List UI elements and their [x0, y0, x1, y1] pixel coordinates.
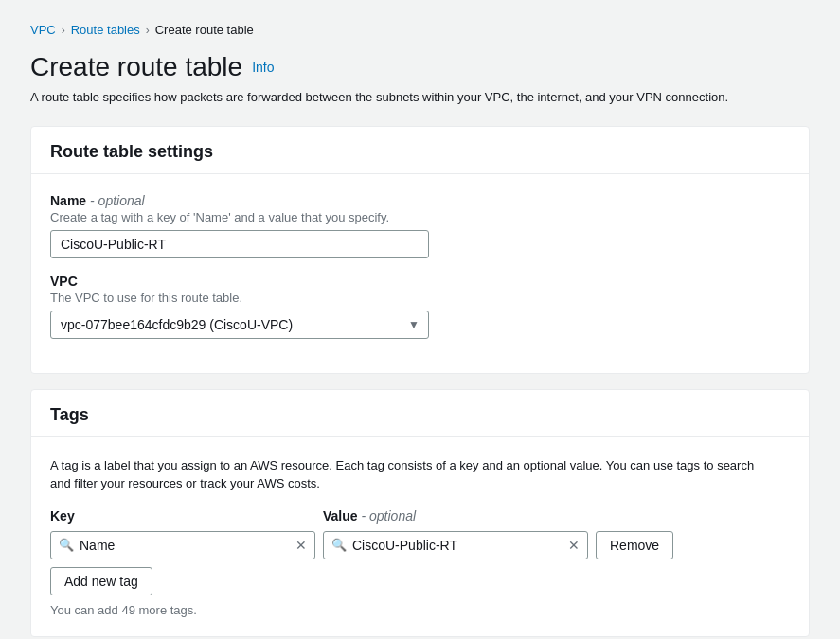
tags-description: A tag is a label that you assign to an A… — [50, 456, 770, 493]
tags-header: Tags — [31, 390, 809, 437]
tags-card: Tags A tag is a label that you assign to… — [30, 389, 810, 637]
breadcrumb-vpc-link[interactable]: VPC — [30, 23, 56, 37]
name-label: Name - optional — [50, 193, 790, 208]
page-title: Create route table — [30, 52, 242, 82]
remove-tag-button[interactable]: Remove — [596, 531, 673, 559]
name-hint: Create a tag with a key of 'Name' and a … — [50, 210, 790, 224]
breadcrumb-separator-2: › — [146, 24, 150, 37]
name-form-group: Name - optional Create a tag with a key … — [50, 193, 790, 258]
route-table-settings-header: Route table settings — [31, 127, 809, 174]
name-input[interactable] — [50, 230, 429, 258]
tag-value-clear-button[interactable]: ✕ — [568, 538, 580, 553]
page-description: A route table specifies how packets are … — [30, 88, 750, 107]
route-table-settings-body: Name - optional Create a tag with a key … — [31, 174, 809, 373]
tag-key-input[interactable] — [80, 532, 295, 559]
vpc-hint: The VPC to use for this route table. — [50, 291, 790, 305]
breadcrumb-separator-1: › — [62, 24, 65, 37]
breadcrumb: VPC › Route tables › Create route table — [30, 23, 810, 37]
vpc-select[interactable]: vpc-077bee164cfdc9b29 (CiscoU-VPC) — [50, 311, 429, 339]
search-icon-value: 🔍 — [331, 538, 347, 552]
vpc-label: VPC — [50, 274, 790, 289]
search-icon: 🔍 — [59, 538, 74, 552]
info-link[interactable]: Info — [252, 60, 274, 75]
route-table-settings-title: Route table settings — [50, 142, 790, 162]
route-table-settings-card: Route table settings Name - optional Cre… — [30, 126, 810, 374]
key-col-label: Key — [50, 508, 315, 524]
breadcrumb-route-tables-link[interactable]: Route tables — [71, 23, 140, 37]
vpc-select-wrapper: vpc-077bee164cfdc9b29 (CiscoU-VPC) ▼ — [50, 311, 429, 339]
tags-footnote: You can add 49 more tags. — [50, 603, 790, 617]
tags-table-header: Key Value - optional — [50, 508, 790, 527]
add-new-tag-button[interactable]: Add new tag — [50, 567, 152, 595]
tag-key-input-wrapper: 🔍 ✕ — [50, 531, 315, 559]
tags-body: A tag is a label that you assign to an A… — [31, 437, 809, 636]
tag-row: 🔍 ✕ 🔍 ✕ Remove — [50, 531, 790, 559]
tag-value-input-wrapper: 🔍 ✕ — [323, 531, 588, 559]
value-col-label: Value - optional — [323, 508, 588, 524]
page-header: Create route table Info — [30, 52, 810, 82]
tag-key-clear-button[interactable]: ✕ — [295, 538, 307, 553]
tags-title: Tags — [50, 405, 790, 425]
breadcrumb-current: Create route table — [155, 23, 254, 37]
tag-value-input[interactable] — [352, 532, 568, 559]
vpc-form-group: VPC The VPC to use for this route table.… — [50, 274, 790, 339]
